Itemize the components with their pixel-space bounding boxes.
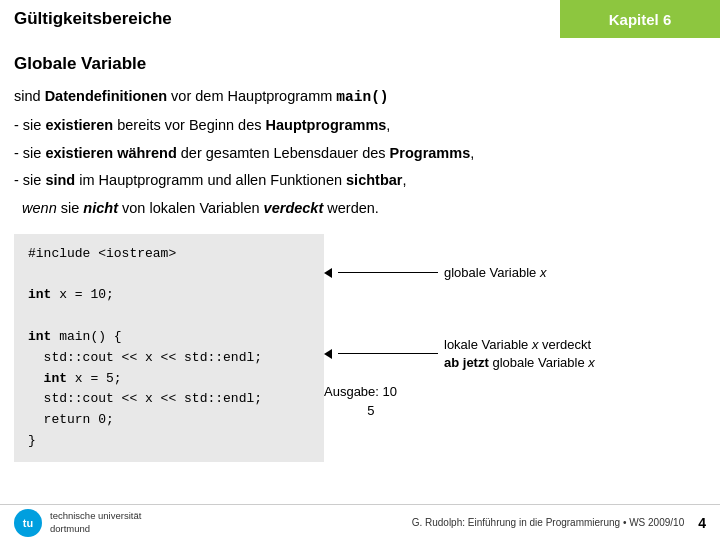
code-area: #include <iostream> int x = 10; int main…	[14, 234, 706, 462]
uni-name: technische universität dortmund	[50, 510, 141, 535]
arrow-1-icon	[324, 268, 332, 278]
footer-logo: technische universität dortmund	[14, 509, 141, 537]
ausgabe-text: Ausgabe: 10 5	[324, 384, 397, 418]
code-line-6: std::cout << x << std::endl;	[28, 348, 310, 369]
arrow-line-1	[338, 272, 438, 273]
arrow-line-2	[338, 353, 438, 354]
code-block: #include <iostream> int x = 10; int main…	[14, 234, 324, 462]
header: Gültigkeitsbereiche Kapitel 6	[0, 0, 720, 38]
code-line-1: #include <iostream>	[28, 244, 310, 265]
code-line-4	[28, 306, 310, 327]
footer-page-number: 4	[698, 515, 706, 531]
annotation-2-text: lokale Variable x verdeckt ab jetzt glob…	[444, 336, 595, 372]
code-line-10: }	[28, 431, 310, 452]
code-line-2	[28, 265, 310, 286]
main-content: Globale Variable sind Datendefinitionen …	[0, 38, 720, 472]
footer-reference: G. Rudolph: Einführung in die Programmie…	[412, 517, 685, 528]
code-line-3: int x = 10;	[28, 285, 310, 306]
annotation-1: globale Variable x	[324, 260, 595, 286]
code-line-5: int main() {	[28, 327, 310, 348]
text-line-1: sind Datendefinitionen vor dem Hauptprog…	[14, 86, 706, 109]
code-line-9: return 0;	[28, 410, 310, 431]
arrow-2-icon	[324, 349, 332, 359]
ausgabe-block: Ausgabe: 10 5	[324, 382, 595, 420]
page-title: Gültigkeitsbereiche	[0, 9, 560, 29]
annotation-1-text: globale Variable x	[444, 264, 546, 282]
code-line-7: int x = 5;	[28, 369, 310, 390]
text-line-4: - sie sind im Hauptprogramm und allen Fu…	[14, 170, 706, 192]
text-line-3: - sie existieren während der gesamten Le…	[14, 143, 706, 165]
footer: technische universität dortmund G. Rudol…	[0, 504, 720, 540]
text-line-5: wenn sie nicht von lokalen Variablen ver…	[14, 198, 706, 220]
footer-right: G. Rudolph: Einführung in die Programmie…	[412, 515, 706, 531]
annotations-column: globale Variable x lokale Variable x ver…	[324, 234, 595, 421]
kapitel-badge: Kapitel 6	[560, 0, 720, 38]
annotation-2: lokale Variable x verdeckt ab jetzt glob…	[324, 336, 595, 372]
section-title: Globale Variable	[14, 54, 706, 74]
text-line-2: - sie existieren bereits vor Beginn des …	[14, 115, 706, 137]
tu-logo	[14, 509, 42, 537]
code-line-8: std::cout << x << std::endl;	[28, 389, 310, 410]
